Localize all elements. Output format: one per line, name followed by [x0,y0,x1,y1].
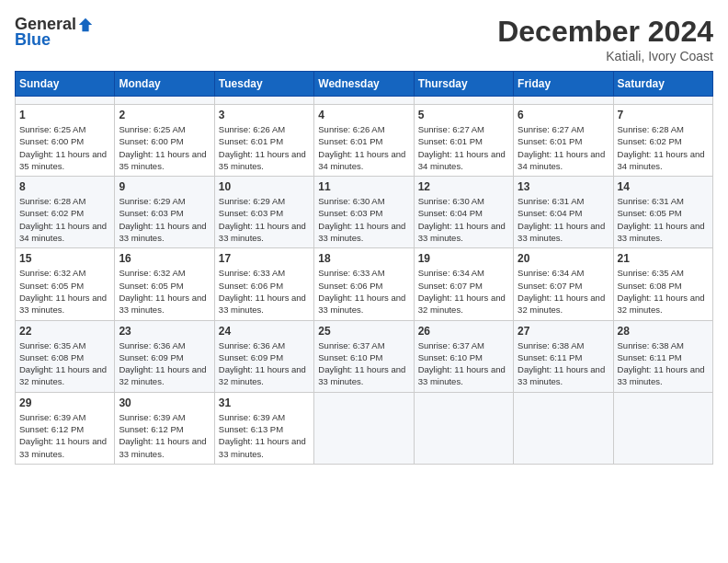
calendar-cell [16,97,115,105]
day-number: 30 [119,396,210,409]
calendar-cell: 4 Sunrise: 6:26 AM Sunset: 6:01 PM Dayli… [314,105,414,177]
svg-marker-0 [79,17,92,30]
calendar-week-row [16,97,713,105]
day-number: 19 [418,252,509,265]
calendar-cell: 26 Sunrise: 6:37 AM Sunset: 6:10 PM Dayl… [414,320,513,392]
day-number: 18 [318,252,409,265]
calendar-cell: 8 Sunrise: 6:28 AM Sunset: 6:02 PM Dayli… [16,177,115,248]
calendar-cell [613,392,712,464]
logo-blue-text: Blue [15,30,51,50]
day-number: 29 [19,396,110,409]
day-info: Sunrise: 6:37 AM Sunset: 6:10 PM Dayligh… [418,339,509,388]
calendar-cell: 18 Sunrise: 6:33 AM Sunset: 6:06 PM Dayl… [314,248,414,320]
calendar-cell: 28 Sunrise: 6:38 AM Sunset: 6:11 PM Dayl… [613,320,712,392]
day-number: 28 [618,325,709,338]
day-info: Sunrise: 6:30 AM Sunset: 6:04 PM Dayligh… [418,195,509,244]
logo: General Blue [15,15,94,50]
day-info: Sunrise: 6:25 AM Sunset: 6:00 PM Dayligh… [19,123,110,172]
calendar-cell: 29 Sunrise: 6:39 AM Sunset: 6:12 PM Dayl… [16,392,115,464]
calendar-cell: 14 Sunrise: 6:31 AM Sunset: 6:05 PM Dayl… [613,177,712,248]
day-number: 26 [418,325,509,338]
day-number: 16 [119,252,210,265]
calendar-cell [414,392,513,464]
day-info: Sunrise: 6:32 AM Sunset: 6:05 PM Dayligh… [119,267,210,316]
day-info: Sunrise: 6:38 AM Sunset: 6:11 PM Dayligh… [618,339,709,388]
day-number: 24 [219,325,310,338]
day-info: Sunrise: 6:34 AM Sunset: 6:07 PM Dayligh… [518,267,609,316]
day-info: Sunrise: 6:34 AM Sunset: 6:07 PM Dayligh… [418,267,509,316]
calendar-cell: 15 Sunrise: 6:32 AM Sunset: 6:05 PM Dayl… [16,248,115,320]
calendar-cell [214,97,313,105]
day-info: Sunrise: 6:26 AM Sunset: 6:01 PM Dayligh… [219,123,310,172]
calendar-cell: 3 Sunrise: 6:26 AM Sunset: 6:01 PM Dayli… [214,105,313,177]
day-number: 20 [518,252,609,265]
calendar-cell: 9 Sunrise: 6:29 AM Sunset: 6:03 PM Dayli… [115,177,214,248]
day-info: Sunrise: 6:27 AM Sunset: 6:01 PM Dayligh… [418,123,509,172]
day-number: 9 [119,180,210,193]
calendar-cell [414,97,513,105]
calendar-cell [314,97,414,105]
calendar-cell: 17 Sunrise: 6:33 AM Sunset: 6:06 PM Dayl… [214,248,313,320]
calendar-cell [613,97,712,105]
calendar-week-row: 29 Sunrise: 6:39 AM Sunset: 6:12 PM Dayl… [16,392,713,464]
day-info: Sunrise: 6:36 AM Sunset: 6:09 PM Dayligh… [119,339,210,388]
calendar-cell [115,97,214,105]
calendar-cell [314,392,414,464]
title-block: December 2024 Katiali, Ivory Coast [497,15,713,63]
calendar-cell [514,97,613,105]
day-number: 25 [318,325,409,338]
day-info: Sunrise: 6:37 AM Sunset: 6:10 PM Dayligh… [318,339,409,388]
day-number: 5 [418,109,509,121]
calendar-cell [514,392,613,464]
calendar-cell: 24 Sunrise: 6:36 AM Sunset: 6:09 PM Dayl… [214,320,313,392]
day-info: Sunrise: 6:39 AM Sunset: 6:13 PM Dayligh… [219,411,310,460]
weekday-header: Monday [115,72,214,97]
day-number: 8 [19,180,110,193]
calendar-cell: 23 Sunrise: 6:36 AM Sunset: 6:09 PM Dayl… [115,320,214,392]
calendar-cell: 21 Sunrise: 6:35 AM Sunset: 6:08 PM Dayl… [613,248,712,320]
weekday-header: Wednesday [314,72,414,97]
day-number: 31 [219,396,310,409]
day-number: 10 [219,180,310,193]
calendar-cell: 19 Sunrise: 6:34 AM Sunset: 6:07 PM Dayl… [414,248,513,320]
logo-icon [77,17,94,33]
day-info: Sunrise: 6:36 AM Sunset: 6:09 PM Dayligh… [219,339,310,388]
calendar-cell: 12 Sunrise: 6:30 AM Sunset: 6:04 PM Dayl… [414,177,513,248]
day-info: Sunrise: 6:28 AM Sunset: 6:02 PM Dayligh… [618,123,709,172]
calendar-cell: 16 Sunrise: 6:32 AM Sunset: 6:05 PM Dayl… [115,248,214,320]
calendar-cell: 22 Sunrise: 6:35 AM Sunset: 6:08 PM Dayl… [16,320,115,392]
calendar-cell: 31 Sunrise: 6:39 AM Sunset: 6:13 PM Dayl… [214,392,313,464]
day-info: Sunrise: 6:39 AM Sunset: 6:12 PM Dayligh… [119,411,210,460]
day-info: Sunrise: 6:31 AM Sunset: 6:05 PM Dayligh… [618,195,709,244]
day-number: 21 [618,252,709,265]
day-number: 7 [618,109,709,121]
day-number: 13 [518,180,609,193]
day-info: Sunrise: 6:35 AM Sunset: 6:08 PM Dayligh… [19,339,110,388]
calendar-cell: 2 Sunrise: 6:25 AM Sunset: 6:00 PM Dayli… [115,105,214,177]
day-info: Sunrise: 6:33 AM Sunset: 6:06 PM Dayligh… [219,267,310,316]
calendar-cell: 27 Sunrise: 6:38 AM Sunset: 6:11 PM Dayl… [514,320,613,392]
day-number: 11 [318,180,409,193]
day-info: Sunrise: 6:35 AM Sunset: 6:08 PM Dayligh… [618,267,709,316]
day-info: Sunrise: 6:31 AM Sunset: 6:04 PM Dayligh… [518,195,609,244]
day-info: Sunrise: 6:38 AM Sunset: 6:11 PM Dayligh… [518,339,609,388]
day-number: 17 [219,252,310,265]
page-header: General Blue December 2024 Katiali, Ivor… [15,15,713,63]
weekday-header: Tuesday [214,72,313,97]
calendar-week-row: 22 Sunrise: 6:35 AM Sunset: 6:08 PM Dayl… [16,320,713,392]
calendar-cell: 6 Sunrise: 6:27 AM Sunset: 6:01 PM Dayli… [514,105,613,177]
calendar-week-row: 15 Sunrise: 6:32 AM Sunset: 6:05 PM Dayl… [16,248,713,320]
day-info: Sunrise: 6:30 AM Sunset: 6:03 PM Dayligh… [318,195,409,244]
calendar-cell: 5 Sunrise: 6:27 AM Sunset: 6:01 PM Dayli… [414,105,513,177]
calendar-cell: 7 Sunrise: 6:28 AM Sunset: 6:02 PM Dayli… [613,105,712,177]
day-info: Sunrise: 6:27 AM Sunset: 6:01 PM Dayligh… [518,123,609,172]
day-info: Sunrise: 6:32 AM Sunset: 6:05 PM Dayligh… [19,267,110,316]
day-number: 4 [318,109,409,121]
calendar-cell: 1 Sunrise: 6:25 AM Sunset: 6:00 PM Dayli… [16,105,115,177]
day-info: Sunrise: 6:29 AM Sunset: 6:03 PM Dayligh… [119,195,210,244]
day-info: Sunrise: 6:25 AM Sunset: 6:00 PM Dayligh… [119,123,210,172]
location-text: Katiali, Ivory Coast [497,49,713,63]
weekday-header: Sunday [16,72,115,97]
calendar-week-row: 1 Sunrise: 6:25 AM Sunset: 6:00 PM Dayli… [16,105,713,177]
month-title: December 2024 [497,15,713,49]
